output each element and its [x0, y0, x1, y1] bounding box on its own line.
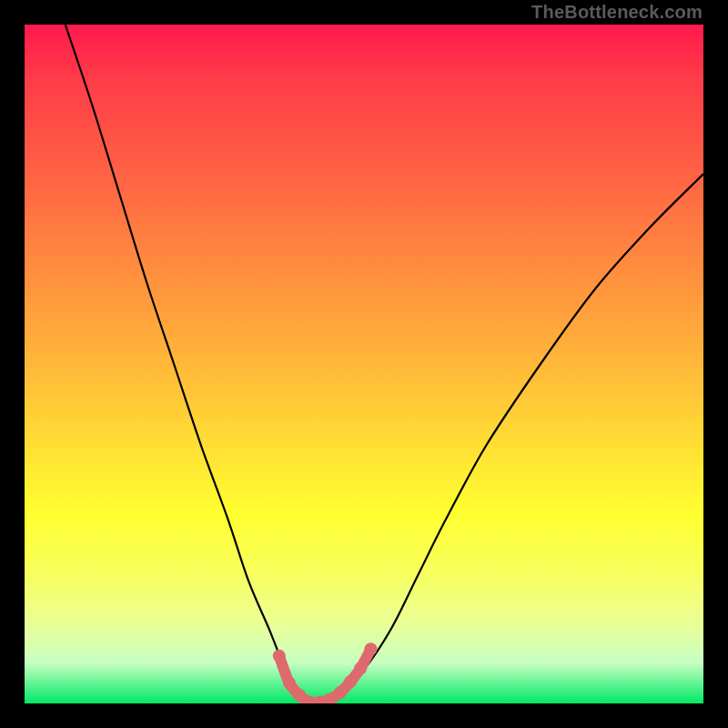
sweet-spot-dot [273, 650, 286, 662]
plot-area [25, 25, 703, 703]
bottleneck-curve [66, 25, 703, 703]
sweet-spot-markers [273, 642, 378, 703]
watermark-text: TheBottleneck.com [531, 2, 703, 23]
sweet-spot-dot [334, 686, 347, 699]
sweet-spot-dot [344, 675, 357, 688]
sweet-spot-line [279, 649, 371, 703]
curve-layer [25, 25, 703, 703]
sweet-spot-dot [354, 662, 367, 674]
sweet-spot-dot [364, 642, 377, 655]
chart-frame: TheBottleneck.com [0, 0, 728, 728]
sweet-spot-dot [283, 677, 296, 690]
